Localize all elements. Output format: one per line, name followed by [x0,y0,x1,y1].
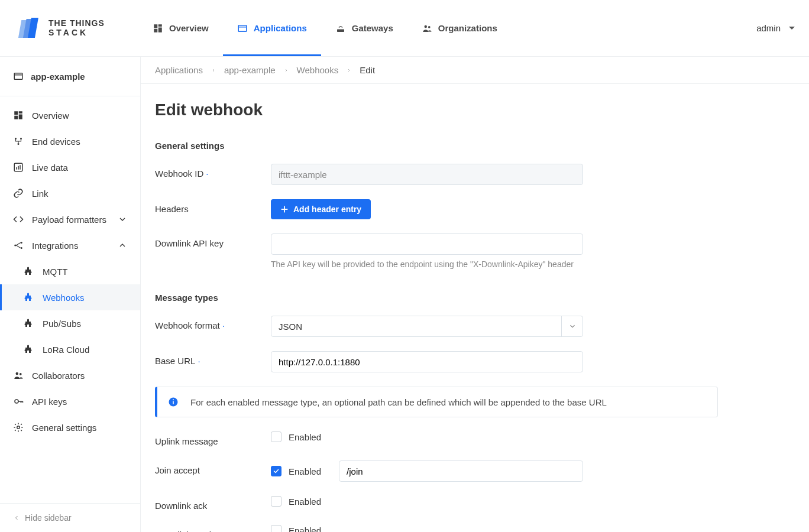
sidebar-item-integrations[interactable]: Integrations [0,232,140,258]
integrations-icon [13,240,24,251]
sidebar-item-mqtt[interactable]: MQTT [0,258,140,284]
label-webhook-id: Webhook ID· [155,164,271,179]
sidebar-item-lora-cloud[interactable]: LoRa Cloud [0,336,140,362]
nav-organizations[interactable]: Organizations [407,0,512,56]
puzzle-icon [24,292,34,303]
sidebar-item-payload-formatters[interactable]: Payload formatters [0,206,140,232]
code-icon [13,214,24,225]
organizations-icon [422,23,432,34]
sidebar-item-link[interactable]: Link [0,180,140,206]
breadcrumb-edit: Edit [360,65,375,75]
svg-rect-9 [337,29,344,32]
downlink-ack-checkbox[interactable] [271,496,281,507]
svg-point-25 [14,245,16,246]
downlink-api-key-field[interactable] [271,233,583,255]
svg-rect-22 [16,167,17,170]
chevron-right-icon [211,67,216,74]
add-header-button[interactable]: Add header entry [271,199,371,219]
svg-point-11 [428,25,431,28]
breadcrumb-webhooks[interactable]: Webhooks [297,65,339,75]
uplink-enabled-label: Enabled [289,432,321,442]
application-icon [237,23,248,34]
nav-applications[interactable]: Applications [223,0,321,56]
label-base-url: Base URL· [155,351,271,366]
svg-rect-5 [158,27,162,32]
info-box: For each enabled message type, an option… [155,387,718,417]
breadcrumb-app[interactable]: app-example [224,65,276,75]
svg-rect-24 [20,165,21,170]
sidebar-item-end-devices[interactable]: End devices [0,128,140,154]
page-title: Edit webhook [155,100,718,119]
sidebar-item-general-settings[interactable]: General settings [0,414,140,440]
section-message-types: Message types [155,293,718,303]
svg-rect-7 [238,25,247,31]
svg-rect-17 [14,116,18,119]
puzzle-icon [24,318,34,329]
brand-text: THE THINGS STACK [48,19,105,37]
help-downlink-api-key: The API key will be provided to the endp… [271,259,583,269]
svg-point-30 [15,400,18,403]
svg-point-31 [17,426,20,429]
svg-point-10 [424,25,427,28]
webhook-id-field [271,164,583,185]
svg-point-20 [18,143,20,145]
svg-point-19 [20,138,22,140]
chart-icon [13,162,24,173]
join-accept-checkbox[interactable] [271,466,281,476]
breadcrumbs: Applications app-example Webhooks Edit [141,57,809,84]
join-enabled-label: Enabled [289,466,321,476]
svg-rect-23 [18,166,19,170]
breadcrumb-applications[interactable]: Applications [155,65,203,75]
chevron-right-icon [347,67,351,74]
link-icon [13,188,24,199]
svg-rect-6 [154,28,157,32]
sidebar-item-pubsubs[interactable]: Pub/Subs [0,310,140,336]
nav-gateways[interactable]: Gateways [321,0,407,56]
svg-rect-15 [19,111,22,113]
chevron-right-icon [284,67,289,74]
chevron-down-icon [118,215,127,224]
people-icon [13,370,24,381]
svg-point-18 [15,138,17,140]
svg-rect-3 [154,24,157,28]
uplink-message-checkbox[interactable] [271,432,281,442]
label-webhook-format: Webhook format· [155,316,271,330]
svg-rect-16 [19,115,22,119]
nav-overview[interactable]: Overview [138,0,223,56]
check-icon [273,468,280,475]
sidebar-item-live-data[interactable]: Live data [0,154,140,180]
label-headers: Headers [155,199,271,214]
sidebar-item-collaborators[interactable]: Collaborators [0,362,140,388]
hide-sidebar-button[interactable]: Hide sidebar [0,503,140,532]
svg-point-29 [20,373,22,375]
downlink-nack-checkbox[interactable] [271,525,281,532]
section-general: General settings [155,141,718,151]
sidebar-item-overview[interactable]: Overview [0,102,140,128]
svg-point-26 [21,242,22,244]
chevron-down-icon [568,322,577,330]
webhook-format-select[interactable]: JSON [271,316,583,337]
main-content: Applications app-example Webhooks Edit E… [141,57,809,532]
sidebar-app-title[interactable]: app-example [0,57,140,96]
downlink-ack-enabled-label: Enabled [289,497,321,507]
brand-logo[interactable]: THE THINGS STACK [14,14,138,43]
info-icon [168,397,179,407]
label-join-accept: Join accept [155,460,271,475]
top-nav: Overview Applications Gateways Organizat… [138,0,512,56]
logo-icon [14,14,43,43]
label-downlink-nack: Downlink Nack [155,525,271,532]
user-menu[interactable]: admin [756,23,795,33]
svg-rect-14 [14,111,18,115]
dashboard-icon [153,23,163,34]
join-accept-path-field[interactable] [339,460,583,482]
svg-rect-4 [158,24,162,27]
gateway-icon [335,23,346,34]
label-uplink-message: Uplink message [155,432,271,446]
sidebar-item-api-keys[interactable]: API keys [0,388,140,414]
sidebar-item-webhooks[interactable]: Webhooks [0,284,140,310]
chevron-down-icon [789,27,795,30]
plus-icon [280,205,289,213]
base-url-field[interactable] [271,351,583,372]
key-icon [13,396,24,407]
svg-point-34 [173,399,174,400]
